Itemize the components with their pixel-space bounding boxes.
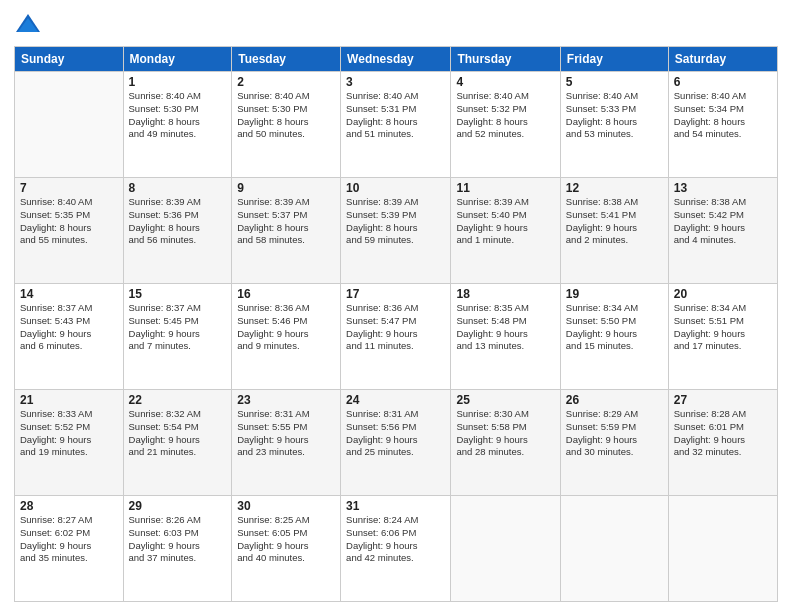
weekday-friday: Friday <box>560 47 668 72</box>
calendar-cell <box>560 496 668 602</box>
calendar-cell: 29Sunrise: 8:26 AM Sunset: 6:03 PM Dayli… <box>123 496 232 602</box>
header <box>14 10 778 38</box>
calendar-cell: 30Sunrise: 8:25 AM Sunset: 6:05 PM Dayli… <box>232 496 341 602</box>
calendar-cell: 3Sunrise: 8:40 AM Sunset: 5:31 PM Daylig… <box>341 72 451 178</box>
calendar-cell: 12Sunrise: 8:38 AM Sunset: 5:41 PM Dayli… <box>560 178 668 284</box>
day-info: Sunrise: 8:28 AM Sunset: 6:01 PM Dayligh… <box>674 408 772 459</box>
week-row-1: 1Sunrise: 8:40 AM Sunset: 5:30 PM Daylig… <box>15 72 778 178</box>
day-info: Sunrise: 8:36 AM Sunset: 5:46 PM Dayligh… <box>237 302 335 353</box>
day-info: Sunrise: 8:39 AM Sunset: 5:40 PM Dayligh… <box>456 196 554 247</box>
day-info: Sunrise: 8:40 AM Sunset: 5:35 PM Dayligh… <box>20 196 118 247</box>
day-number: 20 <box>674 287 772 301</box>
weekday-saturday: Saturday <box>668 47 777 72</box>
calendar-cell: 24Sunrise: 8:31 AM Sunset: 5:56 PM Dayli… <box>341 390 451 496</box>
day-info: Sunrise: 8:33 AM Sunset: 5:52 PM Dayligh… <box>20 408 118 459</box>
day-info: Sunrise: 8:38 AM Sunset: 5:42 PM Dayligh… <box>674 196 772 247</box>
day-number: 23 <box>237 393 335 407</box>
day-number: 31 <box>346 499 445 513</box>
calendar-cell: 8Sunrise: 8:39 AM Sunset: 5:36 PM Daylig… <box>123 178 232 284</box>
calendar-cell: 14Sunrise: 8:37 AM Sunset: 5:43 PM Dayli… <box>15 284 124 390</box>
calendar-cell: 20Sunrise: 8:34 AM Sunset: 5:51 PM Dayli… <box>668 284 777 390</box>
calendar-cell: 26Sunrise: 8:29 AM Sunset: 5:59 PM Dayli… <box>560 390 668 496</box>
day-number: 6 <box>674 75 772 89</box>
day-info: Sunrise: 8:40 AM Sunset: 5:31 PM Dayligh… <box>346 90 445 141</box>
calendar-table: SundayMondayTuesdayWednesdayThursdayFrid… <box>14 46 778 602</box>
day-number: 3 <box>346 75 445 89</box>
day-info: Sunrise: 8:31 AM Sunset: 5:55 PM Dayligh… <box>237 408 335 459</box>
calendar-cell: 15Sunrise: 8:37 AM Sunset: 5:45 PM Dayli… <box>123 284 232 390</box>
day-info: Sunrise: 8:27 AM Sunset: 6:02 PM Dayligh… <box>20 514 118 565</box>
week-row-3: 14Sunrise: 8:37 AM Sunset: 5:43 PM Dayli… <box>15 284 778 390</box>
day-number: 18 <box>456 287 554 301</box>
weekday-tuesday: Tuesday <box>232 47 341 72</box>
day-info: Sunrise: 8:25 AM Sunset: 6:05 PM Dayligh… <box>237 514 335 565</box>
logo <box>14 10 46 38</box>
calendar-cell: 11Sunrise: 8:39 AM Sunset: 5:40 PM Dayli… <box>451 178 560 284</box>
day-number: 30 <box>237 499 335 513</box>
calendar-cell: 2Sunrise: 8:40 AM Sunset: 5:30 PM Daylig… <box>232 72 341 178</box>
calendar-cell: 27Sunrise: 8:28 AM Sunset: 6:01 PM Dayli… <box>668 390 777 496</box>
day-number: 26 <box>566 393 663 407</box>
day-number: 9 <box>237 181 335 195</box>
day-info: Sunrise: 8:38 AM Sunset: 5:41 PM Dayligh… <box>566 196 663 247</box>
calendar-cell <box>451 496 560 602</box>
calendar-cell: 18Sunrise: 8:35 AM Sunset: 5:48 PM Dayli… <box>451 284 560 390</box>
day-number: 14 <box>20 287 118 301</box>
day-info: Sunrise: 8:40 AM Sunset: 5:33 PM Dayligh… <box>566 90 663 141</box>
day-number: 29 <box>129 499 227 513</box>
day-number: 5 <box>566 75 663 89</box>
weekday-header-row: SundayMondayTuesdayWednesdayThursdayFrid… <box>15 47 778 72</box>
weekday-wednesday: Wednesday <box>341 47 451 72</box>
week-row-4: 21Sunrise: 8:33 AM Sunset: 5:52 PM Dayli… <box>15 390 778 496</box>
day-info: Sunrise: 8:24 AM Sunset: 6:06 PM Dayligh… <box>346 514 445 565</box>
day-info: Sunrise: 8:40 AM Sunset: 5:30 PM Dayligh… <box>129 90 227 141</box>
day-info: Sunrise: 8:40 AM Sunset: 5:32 PM Dayligh… <box>456 90 554 141</box>
day-info: Sunrise: 8:39 AM Sunset: 5:37 PM Dayligh… <box>237 196 335 247</box>
day-info: Sunrise: 8:32 AM Sunset: 5:54 PM Dayligh… <box>129 408 227 459</box>
calendar-cell: 5Sunrise: 8:40 AM Sunset: 5:33 PM Daylig… <box>560 72 668 178</box>
day-number: 8 <box>129 181 227 195</box>
day-info: Sunrise: 8:34 AM Sunset: 5:51 PM Dayligh… <box>674 302 772 353</box>
day-number: 21 <box>20 393 118 407</box>
day-number: 11 <box>456 181 554 195</box>
week-row-5: 28Sunrise: 8:27 AM Sunset: 6:02 PM Dayli… <box>15 496 778 602</box>
day-number: 12 <box>566 181 663 195</box>
calendar-cell: 16Sunrise: 8:36 AM Sunset: 5:46 PM Dayli… <box>232 284 341 390</box>
day-number: 19 <box>566 287 663 301</box>
calendar-cell: 6Sunrise: 8:40 AM Sunset: 5:34 PM Daylig… <box>668 72 777 178</box>
calendar-cell: 22Sunrise: 8:32 AM Sunset: 5:54 PM Dayli… <box>123 390 232 496</box>
day-number: 24 <box>346 393 445 407</box>
weekday-thursday: Thursday <box>451 47 560 72</box>
calendar-cell: 10Sunrise: 8:39 AM Sunset: 5:39 PM Dayli… <box>341 178 451 284</box>
calendar-cell <box>15 72 124 178</box>
calendar-cell <box>668 496 777 602</box>
day-number: 4 <box>456 75 554 89</box>
day-number: 1 <box>129 75 227 89</box>
day-number: 27 <box>674 393 772 407</box>
day-info: Sunrise: 8:37 AM Sunset: 5:43 PM Dayligh… <box>20 302 118 353</box>
day-number: 2 <box>237 75 335 89</box>
calendar-cell: 23Sunrise: 8:31 AM Sunset: 5:55 PM Dayli… <box>232 390 341 496</box>
day-info: Sunrise: 8:40 AM Sunset: 5:34 PM Dayligh… <box>674 90 772 141</box>
day-info: Sunrise: 8:34 AM Sunset: 5:50 PM Dayligh… <box>566 302 663 353</box>
day-number: 22 <box>129 393 227 407</box>
day-number: 10 <box>346 181 445 195</box>
day-info: Sunrise: 8:31 AM Sunset: 5:56 PM Dayligh… <box>346 408 445 459</box>
calendar-cell: 31Sunrise: 8:24 AM Sunset: 6:06 PM Dayli… <box>341 496 451 602</box>
calendar-cell: 25Sunrise: 8:30 AM Sunset: 5:58 PM Dayli… <box>451 390 560 496</box>
calendar-cell: 19Sunrise: 8:34 AM Sunset: 5:50 PM Dayli… <box>560 284 668 390</box>
calendar-cell: 1Sunrise: 8:40 AM Sunset: 5:30 PM Daylig… <box>123 72 232 178</box>
calendar-cell: 21Sunrise: 8:33 AM Sunset: 5:52 PM Dayli… <box>15 390 124 496</box>
calendar-cell: 4Sunrise: 8:40 AM Sunset: 5:32 PM Daylig… <box>451 72 560 178</box>
calendar-cell: 17Sunrise: 8:36 AM Sunset: 5:47 PM Dayli… <box>341 284 451 390</box>
day-number: 25 <box>456 393 554 407</box>
page: SundayMondayTuesdayWednesdayThursdayFrid… <box>0 0 792 612</box>
weekday-monday: Monday <box>123 47 232 72</box>
weekday-sunday: Sunday <box>15 47 124 72</box>
day-info: Sunrise: 8:30 AM Sunset: 5:58 PM Dayligh… <box>456 408 554 459</box>
day-info: Sunrise: 8:35 AM Sunset: 5:48 PM Dayligh… <box>456 302 554 353</box>
day-info: Sunrise: 8:29 AM Sunset: 5:59 PM Dayligh… <box>566 408 663 459</box>
day-number: 16 <box>237 287 335 301</box>
day-number: 15 <box>129 287 227 301</box>
calendar-cell: 7Sunrise: 8:40 AM Sunset: 5:35 PM Daylig… <box>15 178 124 284</box>
